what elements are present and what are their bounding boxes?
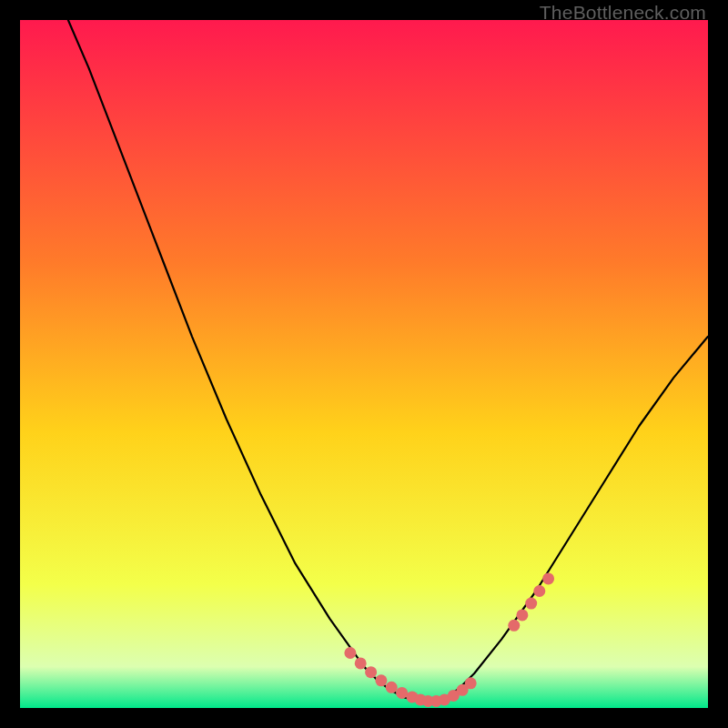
watermark-text: TheBottleneck.com <box>540 2 706 24</box>
curve-marker <box>508 620 520 632</box>
curve-marker <box>386 682 398 693</box>
curve-marker <box>396 687 408 699</box>
curve-marker <box>516 609 528 621</box>
curve-marker <box>533 585 545 597</box>
curve-marker <box>375 674 387 686</box>
gradient-background <box>20 20 708 708</box>
curve-marker <box>344 647 356 659</box>
curve-marker <box>542 572 554 584</box>
curve-marker <box>355 657 367 669</box>
bottleneck-chart <box>20 20 708 708</box>
curve-marker <box>525 598 537 610</box>
chart-frame <box>20 20 708 708</box>
curve-marker <box>365 666 377 678</box>
curve-marker <box>465 677 477 689</box>
